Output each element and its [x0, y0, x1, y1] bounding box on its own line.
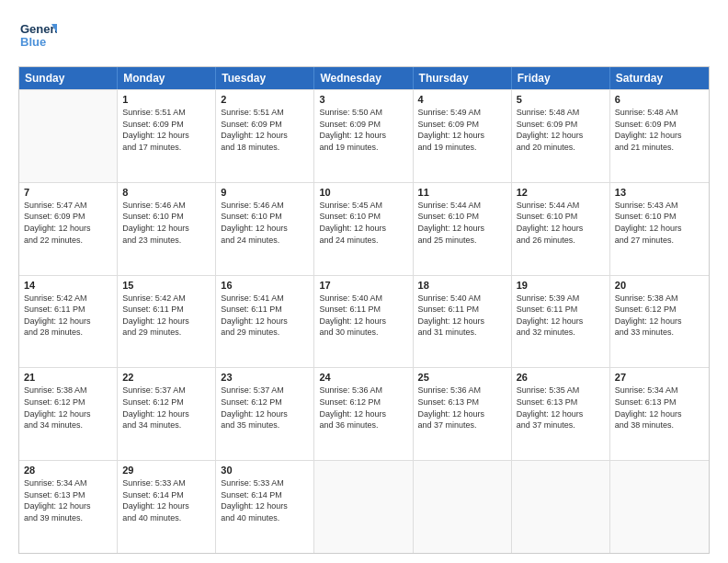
day-number: 1: [122, 94, 210, 105]
day-number: 18: [418, 280, 506, 291]
calendar-cell: [414, 461, 512, 553]
calendar-row: 21Sunrise: 5:38 AM Sunset: 6:12 PM Dayli…: [19, 367, 709, 460]
calendar-row: 28Sunrise: 5:34 AM Sunset: 6:13 PM Dayli…: [19, 460, 709, 553]
day-number: 17: [319, 280, 407, 291]
day-number: 13: [615, 187, 704, 198]
cell-info: Sunrise: 5:49 AM Sunset: 6:09 PM Dayligh…: [418, 107, 506, 153]
day-number: 22: [122, 372, 210, 383]
cell-info: Sunrise: 5:37 AM Sunset: 6:12 PM Dayligh…: [221, 385, 309, 431]
calendar-cell: 1Sunrise: 5:51 AM Sunset: 6:09 PM Daylig…: [118, 90, 216, 182]
calendar-cell: 15Sunrise: 5:42 AM Sunset: 6:11 PM Dayli…: [118, 276, 216, 368]
calendar-cell: 17Sunrise: 5:40 AM Sunset: 6:11 PM Dayli…: [314, 276, 413, 368]
calendar-cell: 13Sunrise: 5:43 AM Sunset: 6:10 PM Dayli…: [610, 183, 709, 275]
cell-info: Sunrise: 5:40 AM Sunset: 6:11 PM Dayligh…: [418, 293, 506, 339]
day-number: 24: [319, 372, 407, 383]
calendar-row: 1Sunrise: 5:51 AM Sunset: 6:09 PM Daylig…: [19, 89, 709, 182]
day-number: 21: [24, 372, 112, 383]
calendar-cell: 2Sunrise: 5:51 AM Sunset: 6:09 PM Daylig…: [216, 90, 314, 182]
calendar-cell: 18Sunrise: 5:40 AM Sunset: 6:11 PM Dayli…: [414, 276, 512, 368]
calendar-cell: 28Sunrise: 5:34 AM Sunset: 6:13 PM Dayli…: [19, 461, 118, 553]
day-number: 8: [122, 187, 210, 198]
cell-info: Sunrise: 5:33 AM Sunset: 6:14 PM Dayligh…: [221, 477, 309, 523]
day-number: 23: [221, 372, 309, 383]
weekday-header: Thursday: [414, 67, 512, 89]
weekday-header: Friday: [512, 67, 610, 89]
day-number: 6: [615, 94, 704, 105]
cell-info: Sunrise: 5:36 AM Sunset: 6:13 PM Dayligh…: [418, 385, 506, 431]
day-number: 12: [517, 187, 605, 198]
cell-info: Sunrise: 5:37 AM Sunset: 6:12 PM Dayligh…: [122, 385, 210, 431]
calendar-cell: [610, 461, 709, 553]
calendar-cell: 25Sunrise: 5:36 AM Sunset: 6:13 PM Dayli…: [414, 368, 512, 460]
day-number: 26: [517, 372, 605, 383]
page: General Blue SundayMondayTuesdayWednesda…: [0, 0, 728, 563]
calendar-cell: 14Sunrise: 5:42 AM Sunset: 6:11 PM Dayli…: [19, 276, 118, 368]
day-number: 9: [221, 187, 309, 198]
day-number: 4: [418, 94, 506, 105]
weekday-header: Monday: [118, 67, 216, 89]
calendar-cell: 4Sunrise: 5:49 AM Sunset: 6:09 PM Daylig…: [414, 90, 512, 182]
cell-info: Sunrise: 5:48 AM Sunset: 6:09 PM Dayligh…: [615, 107, 704, 153]
calendar-cell: 23Sunrise: 5:37 AM Sunset: 6:12 PM Dayli…: [216, 368, 314, 460]
cell-info: Sunrise: 5:36 AM Sunset: 6:12 PM Dayligh…: [319, 385, 407, 431]
calendar-cell: 20Sunrise: 5:38 AM Sunset: 6:12 PM Dayli…: [610, 276, 709, 368]
cell-info: Sunrise: 5:48 AM Sunset: 6:09 PM Dayligh…: [517, 107, 605, 153]
calendar-cell: 6Sunrise: 5:48 AM Sunset: 6:09 PM Daylig…: [610, 90, 709, 182]
calendar-cell: 12Sunrise: 5:44 AM Sunset: 6:10 PM Dayli…: [512, 183, 610, 275]
cell-info: Sunrise: 5:38 AM Sunset: 6:12 PM Dayligh…: [24, 385, 112, 431]
day-number: 27: [615, 372, 704, 383]
header: General Blue: [18, 17, 710, 59]
calendar-cell: 19Sunrise: 5:39 AM Sunset: 6:11 PM Dayli…: [512, 276, 610, 368]
calendar-cell: 29Sunrise: 5:33 AM Sunset: 6:14 PM Dayli…: [118, 461, 216, 553]
day-number: 28: [24, 465, 112, 476]
cell-info: Sunrise: 5:40 AM Sunset: 6:11 PM Dayligh…: [319, 293, 407, 339]
calendar-cell: [512, 461, 610, 553]
day-number: 20: [615, 280, 704, 291]
cell-info: Sunrise: 5:35 AM Sunset: 6:13 PM Dayligh…: [517, 385, 605, 431]
day-number: 2: [221, 94, 309, 105]
day-number: 15: [122, 280, 210, 291]
cell-info: Sunrise: 5:45 AM Sunset: 6:10 PM Dayligh…: [319, 200, 407, 246]
calendar-cell: 24Sunrise: 5:36 AM Sunset: 6:12 PM Dayli…: [314, 368, 413, 460]
day-number: 7: [24, 187, 112, 198]
day-number: 14: [24, 280, 112, 291]
day-number: 11: [418, 187, 506, 198]
cell-info: Sunrise: 5:44 AM Sunset: 6:10 PM Dayligh…: [517, 200, 605, 246]
calendar-cell: 30Sunrise: 5:33 AM Sunset: 6:14 PM Dayli…: [216, 461, 314, 553]
cell-info: Sunrise: 5:34 AM Sunset: 6:13 PM Dayligh…: [615, 385, 704, 431]
calendar: SundayMondayTuesdayWednesdayThursdayFrid…: [18, 66, 710, 554]
cell-info: Sunrise: 5:34 AM Sunset: 6:13 PM Dayligh…: [24, 477, 112, 523]
calendar-header: SundayMondayTuesdayWednesdayThursdayFrid…: [19, 67, 709, 89]
calendar-cell: 11Sunrise: 5:44 AM Sunset: 6:10 PM Dayli…: [414, 183, 512, 275]
weekday-header: Wednesday: [314, 67, 413, 89]
svg-text:General: General: [20, 22, 57, 36]
cell-info: Sunrise: 5:51 AM Sunset: 6:09 PM Dayligh…: [221, 107, 309, 153]
day-number: 5: [517, 94, 605, 105]
weekday-header: Saturday: [610, 67, 709, 89]
cell-info: Sunrise: 5:44 AM Sunset: 6:10 PM Dayligh…: [418, 200, 506, 246]
weekday-header: Tuesday: [216, 67, 314, 89]
calendar-cell: [314, 461, 413, 553]
cell-info: Sunrise: 5:43 AM Sunset: 6:10 PM Dayligh…: [615, 200, 704, 246]
cell-info: Sunrise: 5:46 AM Sunset: 6:10 PM Dayligh…: [221, 200, 309, 246]
cell-info: Sunrise: 5:47 AM Sunset: 6:09 PM Dayligh…: [24, 200, 112, 246]
cell-info: Sunrise: 5:46 AM Sunset: 6:10 PM Dayligh…: [122, 200, 210, 246]
calendar-cell: 22Sunrise: 5:37 AM Sunset: 6:12 PM Dayli…: [118, 368, 216, 460]
calendar-cell: 5Sunrise: 5:48 AM Sunset: 6:09 PM Daylig…: [512, 90, 610, 182]
svg-text:Blue: Blue: [20, 35, 46, 49]
cell-info: Sunrise: 5:33 AM Sunset: 6:14 PM Dayligh…: [122, 477, 210, 523]
day-number: 29: [122, 465, 210, 476]
day-number: 16: [221, 280, 309, 291]
calendar-cell: 9Sunrise: 5:46 AM Sunset: 6:10 PM Daylig…: [216, 183, 314, 275]
day-number: 3: [319, 94, 407, 105]
day-number: 30: [221, 465, 309, 476]
cell-info: Sunrise: 5:50 AM Sunset: 6:09 PM Dayligh…: [319, 107, 407, 153]
weekday-header: Sunday: [19, 67, 118, 89]
cell-info: Sunrise: 5:38 AM Sunset: 6:12 PM Dayligh…: [615, 293, 704, 339]
cell-info: Sunrise: 5:41 AM Sunset: 6:11 PM Dayligh…: [221, 293, 309, 339]
day-number: 25: [418, 372, 506, 383]
logo: General Blue: [18, 17, 63, 59]
day-number: 19: [517, 280, 605, 291]
calendar-row: 14Sunrise: 5:42 AM Sunset: 6:11 PM Dayli…: [19, 275, 709, 368]
calendar-cell: 26Sunrise: 5:35 AM Sunset: 6:13 PM Dayli…: [512, 368, 610, 460]
